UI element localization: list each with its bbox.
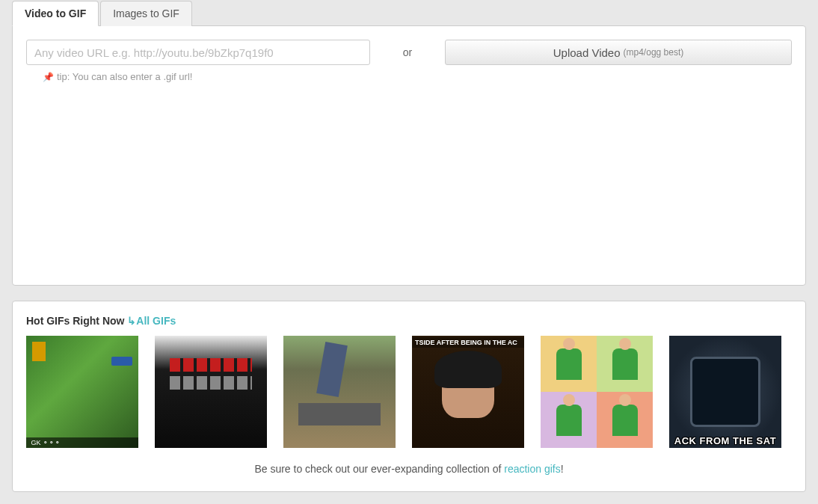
hot-gifs-title: Hot GIFs Right Now [26, 315, 124, 327]
pin-icon: 📌 [43, 72, 54, 82]
gif-caption: ACK FROM THE SAT [669, 435, 781, 446]
main-panel: or Upload Video (mp4/ogg best) 📌 tip: Yo… [12, 25, 806, 286]
hot-gifs-panel: Hot GIFs Right Now ↳All GIFs GK ⚬⚬⚬ TSID… [12, 301, 806, 492]
upload-hint: (mp4/ogg best) [624, 47, 684, 58]
gif-thumbnail[interactable] [541, 336, 653, 448]
thumbnail-row: GK ⚬⚬⚬ TSIDE AFTER BEING IN THE AC ACK F… [26, 336, 792, 448]
tab-bar: Video to GIF Images to GIF [12, 1, 806, 26]
input-row: or Upload Video (mp4/ogg best) [26, 40, 792, 65]
all-gifs-link[interactable]: ↳All GIFs [127, 315, 176, 327]
hot-gifs-header: Hot GIFs Right Now ↳All GIFs [26, 315, 792, 327]
footer-pre: Be sure to check out our ever-expanding … [254, 463, 504, 475]
tip-row: 📌 tip: You can also enter a .gif url! [26, 71, 792, 82]
footer-text: Be sure to check out our ever-expanding … [26, 463, 792, 475]
footer-post: ! [561, 463, 564, 475]
video-url-input[interactable] [26, 40, 370, 65]
tab-images-to-gif[interactable]: Images to GIF [100, 1, 192, 26]
gif-thumbnail[interactable] [155, 336, 267, 448]
upload-video-button[interactable]: Upload Video (mp4/ogg best) [445, 40, 792, 65]
gif-thumbnail[interactable]: ACK FROM THE SAT [669, 336, 781, 448]
gif-caption: TSIDE AFTER BEING IN THE AC [412, 337, 524, 348]
gif-thumbnail[interactable]: TSIDE AFTER BEING IN THE AC [412, 336, 524, 448]
reaction-gifs-link[interactable]: reaction gifs [504, 463, 560, 475]
gif-thumbnail[interactable]: GK ⚬⚬⚬ [26, 336, 138, 448]
upload-label: Upload Video [553, 46, 621, 59]
or-separator: or [370, 46, 445, 58]
gif-thumbnail[interactable] [283, 336, 396, 448]
tip-text: tip: You can also enter a .gif url! [57, 71, 192, 82]
tab-video-to-gif[interactable]: Video to GIF [12, 1, 99, 26]
